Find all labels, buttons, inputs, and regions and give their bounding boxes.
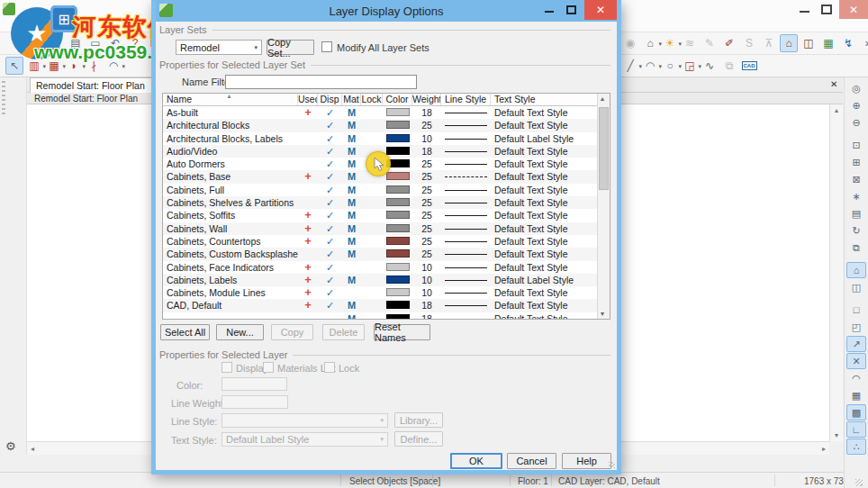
table-row[interactable]: Architectural Blocks, Labels✓M10Default … [163,132,597,145]
window-minimize-button[interactable] [800,11,809,13]
fill-window-building-icon[interactable]: ⊠ [846,171,866,187]
color-swatch[interactable] [386,185,410,194]
color-swatch[interactable] [386,301,410,309]
box-tools-icon[interactable]: ◲▾ [681,57,699,75]
zoom-in-icon[interactable]: ⊕ [846,97,866,113]
table-row[interactable]: Cabinets, Countertops+✓M25Default Text S… [163,235,597,248]
scroll-right-icon[interactable]: ▸ [822,445,826,453]
wall-elevation-icon[interactable]: ◫ [800,34,818,52]
ruby-console-icon[interactable]: S [740,34,758,52]
color-swatch[interactable] [386,224,410,232]
new-plan-icon[interactable]: ▢ [27,34,45,52]
line-style-select[interactable]: ▾ [222,413,388,428]
table-row[interactable]: Architectural Blocks✓M25Default Text Sty… [163,119,597,131]
dimension-tool-icon[interactable]: ⧉ [720,57,738,75]
dialog-resize-grip[interactable] [609,462,615,468]
delete-button[interactable]: Delete [322,324,365,340]
scroll-down-icon[interactable]: ▾ [835,431,838,439]
circle-tools-icon[interactable]: ○▾ [661,57,679,75]
zoom-out-icon[interactable]: ⊖ [846,114,866,131]
table-row[interactable]: Cabinets, Shelves & Partitions✓M25Defaul… [163,196,597,209]
angle-snaps-icon[interactable]: ∟ [846,421,866,438]
grid-display-icon[interactable]: ▦ [846,387,866,403]
snap-grid-icon[interactable]: ▩ [846,404,866,420]
eyedropper-icon[interactable]: ✎ [701,34,719,52]
table-row[interactable]: Cabinets, Module Lines+✓10Default Text S… [163,286,597,299]
roof-tools-icon[interactable]: ⌂▾ [641,34,659,52]
scroll-up-icon[interactable]: ▴ [601,95,604,103]
color-swatch[interactable] [386,134,410,142]
table-row[interactable]: Cabinets, Full✓M25Default Text Style [163,184,597,196]
color-swatch[interactable] [386,314,410,320]
vertical-scrollbar[interactable]: ▴ ▾ [829,104,843,441]
object-painter-icon[interactable]: ✐ [720,34,738,52]
scroll-up-icon[interactable]: ▴ [835,106,838,114]
dialog-minimize-button[interactable] [545,11,554,13]
col-used[interactable]: Used [298,94,318,105]
materials-list-checkbox[interactable] [263,362,274,373]
new-button[interactable]: New... [216,324,264,340]
window-resize-grip[interactable] [855,479,863,486]
cad-detail-icon[interactable]: CAD [740,57,758,75]
record-walkthrough-icon[interactable]: ◉ [621,34,639,52]
scroll-down-icon[interactable]: ▾ [601,310,604,318]
swap-views-icon[interactable]: ↻ [846,222,866,239]
sort-ascending-icon[interactable]: ▲ [226,93,232,99]
curved-wall-tools-icon[interactable]: ◗▾ [65,57,83,75]
line-tools-icon[interactable]: ╱▾ [621,57,639,75]
save-plan-icon[interactable]: ▤ [67,34,85,52]
rebuild-tool-icon[interactable]: ⊼ [760,34,778,52]
pan-window-icon[interactable]: ∗ [846,188,866,204]
color-swatch[interactable] [386,237,410,245]
object-snaps-icon[interactable]: ∴ [846,438,866,455]
scroll-left-icon[interactable]: ◂ [31,445,34,453]
col-mat[interactable]: Mat [342,94,361,105]
dialog-maximize-button[interactable] [566,5,576,14]
undo-icon[interactable]: ↶ [106,34,124,52]
col-text-style[interactable]: Text Style [491,94,599,105]
color-swatch[interactable] [386,121,410,129]
toolbar-overflow-icon[interactable]: » [859,34,868,52]
arch-tools-icon[interactable]: ◠▾ [104,57,122,75]
zoom-window-icon[interactable]: ◎ [846,80,866,96]
col-line-style[interactable]: Line Style [441,94,491,105]
wall-break-icon[interactable]: ∤ [85,57,103,75]
window-close-button[interactable]: ✕ [839,0,868,19]
select-objects-icon[interactable]: ↖ [5,57,23,75]
scrollbar-thumb[interactable] [599,107,609,190]
col-disp[interactable]: Disp [318,94,342,105]
table-row[interactable]: M18Default Text Style [163,312,597,320]
wall-tools-icon[interactable]: ▥▾ [25,57,43,75]
color-swatch[interactable] [386,263,410,271]
color-swatch[interactable] [386,288,410,296]
table-row[interactable]: Cabinets, Soffits+✓M25Default Text Style [163,209,597,221]
window-maximize-button[interactable] [821,5,832,14]
settings-gear-icon[interactable]: ⚙ [5,439,16,453]
dock-handle[interactable] [2,81,5,117]
help-icon[interactable]: ? [126,34,144,52]
col-lock[interactable]: Lock [361,94,383,105]
color-field[interactable] [222,377,287,391]
name-filter-input[interactable] [225,75,417,89]
arc-tools-icon[interactable]: ◠▾ [641,57,659,75]
table-scrollbar[interactable]: ▴ ▾ [597,94,610,319]
copy-set-button[interactable]: Copy Set... [267,40,314,55]
open-plan-icon[interactable]: ▣ [47,34,65,52]
line-weight-field[interactable] [222,395,288,409]
fill-window-icon[interactable]: ⊞ [846,154,866,170]
layer-set-select[interactable]: Remodel ▾ [176,40,262,55]
color-swatch[interactable] [386,108,410,116]
modify-all-checkbox[interactable] [321,41,332,52]
spline-tool-icon[interactable]: ∿ [701,57,719,75]
tabbar-close-icon[interactable]: ✕ [830,79,837,89]
cancel-button[interactable]: Cancel [507,453,556,469]
copy-region-icon[interactable]: ⧉ [846,239,866,256]
reset-names-button[interactable]: Reset Names [374,324,430,340]
layer-table[interactable]: ▲ Name Used Disp Mat Lock Color Weight L… [162,93,610,320]
define-button[interactable]: Define... [394,431,443,447]
find-in-plan-icon[interactable]: ◰ [846,319,866,335]
elevation-view-icon[interactable]: ◫ [846,279,866,295]
copy-button[interactable]: Copy [271,324,313,340]
col-weight[interactable]: Weight [412,94,441,105]
deck-railing-tools-icon[interactable]: ▦▾ [45,57,63,75]
